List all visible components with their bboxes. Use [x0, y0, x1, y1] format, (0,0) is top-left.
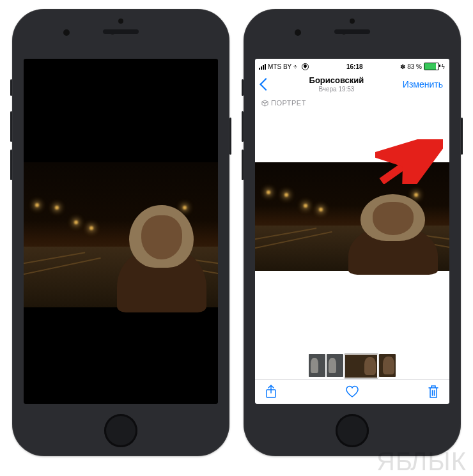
side-button [461, 118, 463, 155]
phone-sensor [63, 29, 70, 36]
favorite-button[interactable] [345, 385, 359, 398]
screen-left [24, 59, 218, 404]
thumbnail[interactable] [327, 354, 343, 377]
phone-speaker [103, 29, 139, 34]
screen-right: MTS BY ᯤ 16:18 ✽ 83 % ϟ Борис [255, 59, 449, 404]
signal-icon [259, 64, 266, 70]
phone-camera [350, 19, 355, 24]
phone-frame-right: MTS BY ᯤ 16:18 ✽ 83 % ϟ Борис [244, 9, 461, 456]
watermark: ЯБ ЛЫК [376, 447, 467, 476]
nav-bar: Борисовский Вчера 19:53 Изменить [255, 73, 449, 96]
carrier-label: MTS BY [268, 63, 291, 70]
side-button [242, 79, 244, 96]
nav-subtitle: Вчера 19:53 [270, 86, 403, 93]
phone-speaker [334, 29, 370, 34]
photo-viewer[interactable] [255, 114, 449, 270]
charging-icon: ϟ [441, 63, 446, 70]
bottom-toolbar [255, 379, 449, 404]
side-button [242, 150, 244, 180]
battery-icon [424, 63, 439, 70]
home-button[interactable] [336, 414, 369, 447]
wifi-icon: ᯤ [293, 63, 300, 70]
portrait-badge-label: ПОРТРЕТ [271, 99, 306, 107]
status-bar: MTS BY ᯤ 16:18 ✽ 83 % ϟ [255, 59, 449, 73]
battery-percent: 83 % [407, 63, 422, 70]
thumbnail-strip [255, 354, 449, 378]
thumbnail-selected[interactable] [345, 354, 378, 378]
edit-button[interactable]: Изменить [403, 79, 443, 89]
side-button [10, 111, 12, 142]
delete-button[interactable] [428, 385, 439, 399]
clock-label: 16:18 [346, 63, 363, 70]
battery-fill [424, 63, 436, 70]
photo-fullscreen[interactable] [24, 162, 218, 307]
side-button [10, 79, 12, 96]
thumbnail[interactable] [379, 354, 396, 377]
dnd-icon [302, 63, 309, 70]
thumbnail[interactable] [309, 354, 325, 377]
nav-title: Борисовский [270, 75, 403, 85]
cube-icon [261, 100, 268, 106]
phone-frame-left [12, 9, 229, 456]
portrait-badge: ПОРТРЕТ [255, 96, 449, 109]
side-button [10, 150, 12, 180]
bluetooth-icon: ✽ [400, 63, 405, 70]
phone-sensor [295, 29, 301, 36]
side-button [229, 118, 231, 155]
share-button[interactable] [265, 385, 277, 399]
side-button [242, 111, 244, 142]
home-button[interactable] [104, 414, 137, 447]
phone-camera [118, 19, 123, 24]
